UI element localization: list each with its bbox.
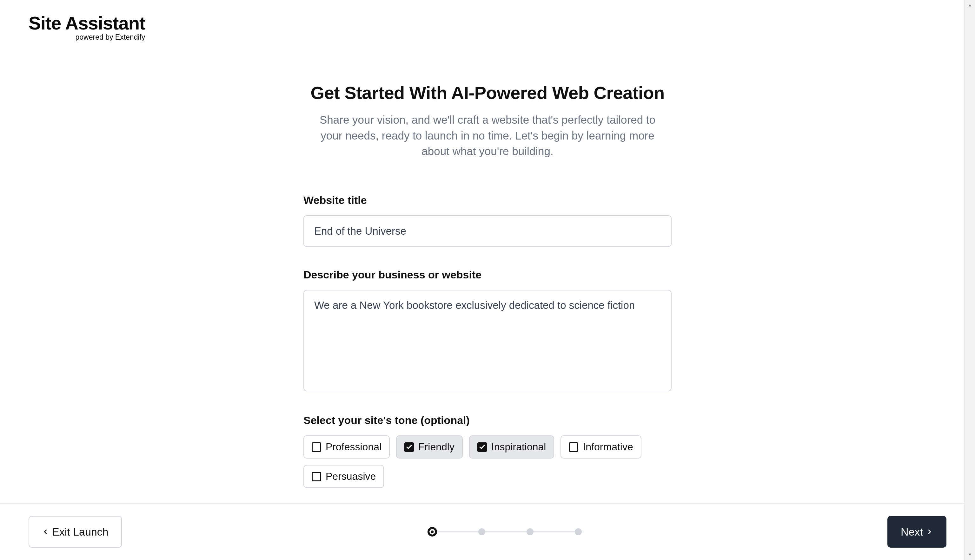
step-dot-2[interactable] — [478, 528, 485, 535]
page-title: Get Started With AI-Powered Web Creation — [310, 82, 664, 103]
progress-stepper — [428, 527, 582, 537]
exit-launch-label: Exit Launch — [52, 526, 109, 538]
brand-logo: Site Assistant powered by Extendify — [28, 14, 145, 42]
chevron-right-icon — [926, 528, 933, 535]
step-dot-4[interactable] — [575, 528, 582, 535]
step-connector — [533, 531, 575, 532]
tone-option-label: Informative — [583, 441, 633, 453]
tone-option-informative[interactable]: Informative — [560, 435, 641, 458]
checkbox-icon — [404, 442, 414, 452]
scroll-up-button[interactable] — [965, 0, 975, 11]
step-dot-1[interactable] — [428, 527, 437, 537]
describe-field-group: Describe your business or website — [303, 268, 672, 393]
brand-name: Site Assistant — [28, 14, 145, 32]
describe-label: Describe your business or website — [303, 268, 672, 281]
tone-option-label: Inspirational — [491, 441, 546, 453]
chevron-left-icon — [42, 528, 49, 535]
tone-option-professional[interactable]: Professional — [303, 435, 390, 458]
scroll-down-button[interactable] — [965, 549, 975, 560]
tone-label: Select your site's tone (optional) — [303, 414, 672, 427]
vertical-scrollbar[interactable] — [964, 0, 975, 560]
tone-option-friendly[interactable]: Friendly — [396, 435, 463, 458]
footer-bar: Exit Launch Next — [0, 503, 975, 560]
website-title-field-group: Website title — [303, 194, 672, 247]
tone-option-inspirational[interactable]: Inspirational — [469, 435, 554, 458]
step-dot-3[interactable] — [527, 528, 533, 535]
checkbox-icon — [477, 442, 487, 452]
checkbox-icon — [312, 442, 321, 452]
tone-option-persuasive[interactable]: Persuasive — [303, 465, 384, 488]
tone-field-group: Select your site's tone (optional) Profe… — [303, 414, 672, 488]
tone-option-label: Persuasive — [326, 471, 376, 482]
svg-marker-0 — [968, 5, 971, 7]
onboarding-form: Get Started With AI-Powered Web Creation… — [303, 82, 672, 518]
page-subtitle: Share your vision, and we'll craft a web… — [316, 112, 659, 159]
step-connector — [437, 531, 478, 532]
tone-option-label: Friendly — [418, 441, 455, 453]
tone-option-label: Professional — [326, 441, 381, 453]
tone-options-row: ProfessionalFriendlyInspirationalInforma… — [303, 435, 672, 488]
website-title-label: Website title — [303, 194, 672, 207]
next-label: Next — [901, 526, 923, 538]
next-button[interactable]: Next — [887, 516, 947, 548]
step-connector — [485, 531, 527, 532]
svg-marker-1 — [968, 554, 971, 556]
describe-textarea[interactable] — [303, 290, 672, 391]
brand-tagline: powered by Extendify — [28, 33, 145, 42]
website-title-input[interactable] — [303, 215, 672, 247]
checkbox-icon — [312, 472, 321, 482]
checkbox-icon — [569, 442, 578, 452]
exit-launch-button[interactable]: Exit Launch — [28, 516, 122, 548]
